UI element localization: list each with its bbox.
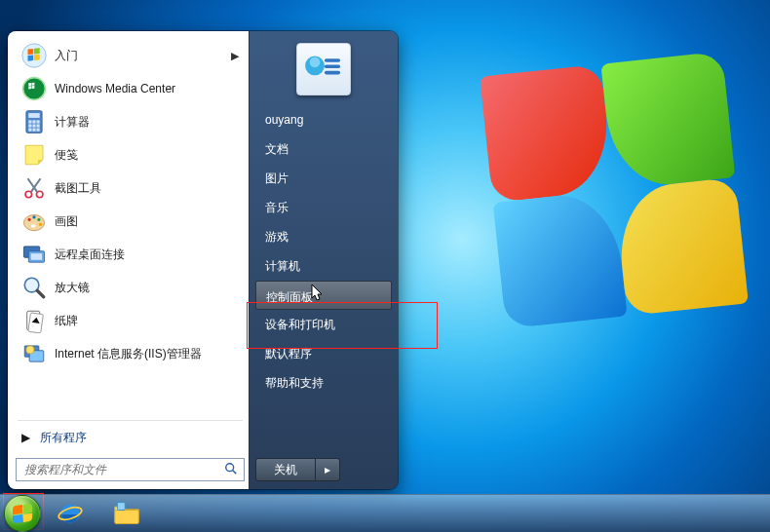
search-input[interactable] (22, 462, 218, 477)
right-item-computer[interactable]: 计算机 (255, 251, 392, 281)
right-item-help[interactable]: 帮助和支持 (255, 368, 392, 398)
svg-rect-15 (36, 120, 39, 123)
shutdown-options-button[interactable]: ▸ (316, 458, 340, 481)
shutdown-button[interactable]: 关机 (255, 458, 316, 481)
windows-flag-icon (13, 504, 32, 523)
start-menu: 入门▶ Windows Media Center 计算器 便笺 截图工具 画图 … (8, 31, 398, 489)
paint-icon (21, 209, 47, 234)
svg-rect-1 (28, 49, 34, 55)
program-item-paint[interactable]: 画图 (16, 205, 245, 238)
media-center-icon (21, 76, 47, 101)
right-item-label: 控制面板 (266, 290, 313, 304)
svg-point-26 (32, 215, 35, 218)
svg-point-28 (39, 223, 42, 226)
divider (18, 420, 243, 421)
username-label: ouyang (265, 113, 303, 127)
svg-point-22 (25, 191, 32, 198)
all-programs-label: 所有程序 (40, 430, 87, 446)
right-item-label: 文档 (265, 142, 289, 156)
program-item-snipping[interactable]: 截图工具 (16, 171, 245, 205)
svg-point-23 (36, 191, 43, 198)
all-programs[interactable]: ▶ 所有程序 (16, 425, 245, 450)
solitaire-icon (21, 308, 47, 333)
program-label: 便笺 (55, 147, 239, 164)
iis-icon (21, 341, 47, 366)
start-menu-left-panel: 入门▶ Windows Media Center 计算器 便笺 截图工具 画图 … (8, 31, 250, 489)
svg-rect-2 (34, 48, 40, 54)
right-item-music[interactable]: 音乐 (255, 193, 392, 222)
shutdown-row: 关机 ▸ (255, 458, 392, 481)
search-box[interactable] (16, 458, 245, 481)
svg-point-27 (37, 218, 40, 221)
right-item-documents[interactable]: 文档 (255, 134, 392, 164)
svg-line-41 (233, 470, 237, 474)
program-item-sticky-notes[interactable]: 便笺 (16, 138, 245, 171)
start-menu-right-panel: ouyang 文档图片音乐游戏计算机控制面板设备和打印机默认程序帮助和支持 关机… (250, 31, 398, 489)
right-item-devices[interactable]: 设备和打印机 (255, 310, 392, 339)
svg-rect-9 (28, 86, 31, 89)
svg-rect-32 (31, 253, 42, 260)
svg-rect-3 (28, 55, 34, 60)
svg-rect-18 (36, 124, 39, 127)
program-label: 计算器 (55, 114, 239, 131)
right-item-defaults[interactable]: 默认程序 (255, 339, 392, 368)
right-item-label: 设备和打印机 (265, 318, 335, 331)
svg-rect-44 (325, 65, 340, 69)
program-item-rdp[interactable]: 远程桌面连接 (16, 238, 245, 271)
svg-rect-45 (325, 71, 340, 75)
right-item-games[interactable]: 游戏 (255, 222, 392, 251)
svg-rect-49 (117, 503, 125, 511)
user-avatar[interactable] (296, 43, 351, 95)
desktop: 入门▶ Windows Media Center 计算器 便笺 截图工具 画图 … (0, 0, 770, 532)
svg-rect-20 (32, 129, 35, 132)
flag-icon (21, 43, 47, 68)
svg-point-29 (31, 224, 36, 227)
program-list: 入门▶ Windows Media Center 计算器 便笺 截图工具 画图 … (16, 39, 245, 416)
program-label: 远程桌面连接 (55, 247, 239, 263)
shutdown-label: 关机 (274, 462, 297, 478)
svg-rect-16 (28, 124, 31, 127)
program-label: 画图 (55, 213, 239, 230)
svg-rect-43 (325, 58, 340, 62)
svg-rect-17 (32, 124, 35, 127)
svg-rect-12 (28, 113, 39, 118)
right-item-control-panel[interactable]: 控制面板 (255, 281, 392, 310)
svg-rect-4 (34, 55, 40, 60)
svg-point-40 (226, 463, 234, 471)
svg-rect-7 (28, 83, 31, 86)
right-item-label: 游戏 (265, 230, 289, 244)
svg-rect-14 (32, 120, 35, 123)
program-label: 放大镜 (55, 280, 239, 296)
svg-rect-19 (28, 129, 31, 132)
program-label: 纸牌 (55, 313, 239, 329)
right-item-label: 默认程序 (265, 347, 312, 361)
program-item-iis[interactable]: Internet 信息服务(IIS)管理器 (16, 337, 245, 370)
start-button[interactable] (4, 495, 41, 532)
svg-rect-10 (32, 86, 35, 89)
taskbar-explorer-button[interactable] (99, 497, 154, 530)
right-item-label: 帮助和支持 (265, 376, 324, 390)
right-item-label: 计算机 (265, 259, 300, 273)
right-item-label: 音乐 (265, 201, 289, 214)
program-item-solitaire[interactable]: 纸牌 (16, 304, 245, 337)
svg-line-34 (37, 290, 44, 297)
program-item-getting-started[interactable]: 入门▶ (16, 39, 245, 72)
svg-point-25 (28, 218, 31, 221)
program-label: Windows Media Center (55, 82, 239, 95)
right-item-username[interactable]: ouyang (255, 105, 392, 134)
program-label: 截图工具 (55, 180, 239, 197)
taskbar (0, 494, 770, 532)
right-item-pictures[interactable]: 图片 (255, 164, 392, 193)
program-item-magnifier[interactable]: 放大镜 (16, 271, 245, 304)
submenu-arrow-icon: ▶ (231, 50, 239, 62)
magnifier-icon (21, 275, 47, 300)
triangle-right-icon: ▶ (21, 431, 30, 444)
taskbar-ie-button[interactable] (43, 497, 97, 530)
folder-icon (113, 502, 140, 525)
program-item-wmc[interactable]: Windows Media Center (16, 72, 245, 105)
program-label: 入门 (55, 48, 223, 64)
program-item-calculator[interactable]: 计算器 (16, 105, 245, 138)
program-label: Internet 信息服务(IIS)管理器 (55, 346, 239, 362)
sticky-note-icon (21, 142, 47, 168)
mouse-cursor-icon (311, 292, 325, 306)
